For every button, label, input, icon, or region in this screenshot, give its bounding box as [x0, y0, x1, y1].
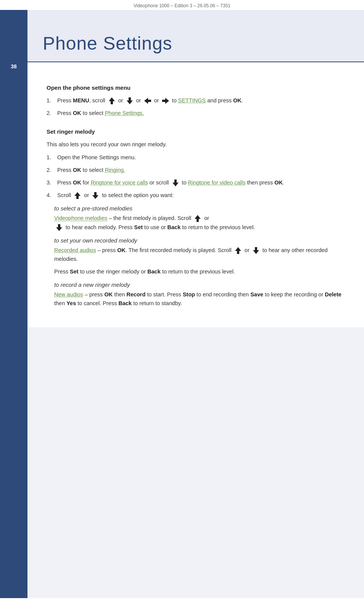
- list-item: 2. Press OK to select Phone Settings.: [47, 109, 345, 118]
- scroll-up-icon-r4: [73, 191, 82, 200]
- back-keyword-new: Back: [118, 300, 132, 306]
- ok-r3b: OK: [274, 180, 283, 186]
- left-sidebar: 38: [0, 10, 27, 598]
- section-heading-open: Open the phone settings menu: [47, 84, 345, 91]
- back-keyword-ps: Back: [168, 224, 181, 230]
- list-content-r2: Press OK to select Ringing.: [57, 166, 345, 175]
- scroll-down-icon: [126, 97, 134, 105]
- yes-keyword: Yes: [66, 300, 76, 306]
- ok-new: OK: [104, 291, 113, 298]
- ok-rec: OK: [117, 247, 126, 253]
- list-num-2: 2.: [47, 109, 57, 118]
- menu-keyword: MENU: [73, 97, 89, 104]
- ringer-intro: This also lets you record your own ringe…: [47, 140, 345, 149]
- list-item-r3: 3. Press OK for Ringtone for voice calls…: [47, 178, 345, 187]
- list-item-r2: 2. Press OK to select Ringing.: [47, 166, 345, 175]
- recorded-text-2: Press Set to use the ringer melody or Ba…: [54, 267, 345, 276]
- subsection-prestored: to select a pre-stored melodies Videopho…: [47, 205, 345, 231]
- ok-keyword-1: OK: [233, 97, 242, 104]
- svg-marker-7: [195, 215, 201, 222]
- save-keyword: Save: [250, 291, 263, 298]
- scroll-down-icon-rec: [252, 246, 260, 255]
- list-item-r1: 1. Open the Phone Settings menu.: [47, 153, 345, 162]
- subsection-recorded: to set your own recorded melody Recorded…: [47, 237, 345, 277]
- scroll-up-icon: [108, 97, 116, 105]
- stop-keyword: Stop: [183, 291, 195, 298]
- svg-marker-4: [172, 180, 179, 186]
- svg-marker-10: [253, 247, 259, 254]
- header-bar: Videophone 1000 – Edition 3 – 26.05.06 –…: [0, 0, 364, 10]
- title-section: Phone Settings: [27, 10, 364, 62]
- scroll-left-icon: [143, 97, 152, 105]
- ringing-link[interactable]: Ringing.: [105, 167, 125, 173]
- set-keyword-ps: Set: [134, 224, 143, 230]
- ringer-list: 1. Open the Phone Settings menu. 2. Pres…: [47, 153, 345, 200]
- new-audios-link[interactable]: New audios: [54, 291, 83, 298]
- list-content-2: Press OK to select Phone Settings.: [57, 109, 345, 118]
- scroll-down-icon-r4: [91, 191, 100, 200]
- svg-marker-1: [127, 97, 133, 104]
- list-item-r4: 4. Scroll or to select the option you wa…: [47, 191, 345, 200]
- list-content: Press MENU, scroll or or: [57, 96, 345, 105]
- list-num-r4: 4.: [47, 191, 57, 200]
- svg-marker-6: [92, 192, 98, 199]
- list-content-r4: Scroll or to select the option you want:: [57, 191, 345, 200]
- ringtone-video-link[interactable]: Ringtone for video calls: [188, 180, 246, 186]
- scroll-up-icon-ps: [193, 214, 202, 223]
- svg-marker-8: [56, 224, 62, 231]
- main-content: Phone Settings Open the phone settings m…: [27, 10, 364, 598]
- ok-keyword-2: OK: [73, 110, 81, 116]
- italic-label-prestored: to select a pre-stored melodies: [54, 205, 345, 212]
- phone-settings-link[interactable]: Phone Settings.: [105, 110, 144, 116]
- svg-marker-2: [144, 98, 151, 104]
- new-text: New audios – press OK then Record to sta…: [54, 290, 345, 308]
- set-keyword-rec: Set: [70, 268, 79, 275]
- scroll-down-icon-r3: [171, 179, 180, 187]
- list-num: 1.: [47, 96, 57, 105]
- svg-marker-9: [235, 247, 241, 254]
- delete-keyword: Delete: [325, 291, 341, 298]
- header-text: Videophone 1000 – Edition 3 – 26.05.06 –…: [134, 3, 230, 8]
- svg-marker-0: [109, 97, 115, 104]
- italic-label-new: to record a new ringer melody: [54, 281, 345, 288]
- list-num-r3: 3.: [47, 178, 57, 187]
- list-content-r1: Open the Phone Settings menu.: [57, 153, 345, 162]
- record-keyword: Record: [126, 291, 145, 298]
- ringtone-voice-link[interactable]: Ringtone for voice calls: [91, 180, 148, 186]
- list-item: 1. Press MENU, scroll or or: [47, 96, 345, 105]
- svg-marker-3: [162, 98, 169, 104]
- page-number: 38: [11, 63, 17, 70]
- svg-marker-5: [74, 192, 81, 199]
- recorded-text: Recorded audios – press OK. The first re…: [54, 246, 345, 264]
- scroll-right-icon: [161, 97, 170, 105]
- italic-label-recorded: to set your own recorded melody: [54, 237, 345, 244]
- list-content-r3: Press OK for Ringtone for voice calls or…: [57, 178, 345, 187]
- section-heading-ringer: Set ringer melody: [47, 128, 345, 135]
- page-title: Phone Settings: [43, 33, 349, 54]
- content-body: Open the phone settings menu 1. Press ME…: [27, 62, 364, 327]
- scroll-down-icon-ps: [55, 223, 63, 232]
- page-container: 38 Phone Settings Open the phone setting…: [0, 10, 364, 598]
- subsection-new: to record a new ringer melody New audios…: [47, 281, 345, 308]
- recorded-audios-link[interactable]: Recorded audios: [54, 247, 96, 253]
- scroll-up-icon-rec: [234, 246, 242, 255]
- ok-r3: OK: [73, 180, 81, 186]
- list-num-r2: 2.: [47, 166, 57, 175]
- list-num-r1: 1.: [47, 153, 57, 162]
- ok-r2: OK: [73, 167, 81, 173]
- prestored-text: Videophone melodies – the first melody i…: [54, 214, 345, 231]
- videophone-melodies-link[interactable]: Videophone melodies: [54, 215, 107, 221]
- open-settings-list: 1. Press MENU, scroll or or: [47, 96, 345, 118]
- settings-link[interactable]: SETTINGS: [178, 97, 206, 104]
- back-keyword-rec: Back: [147, 268, 161, 275]
